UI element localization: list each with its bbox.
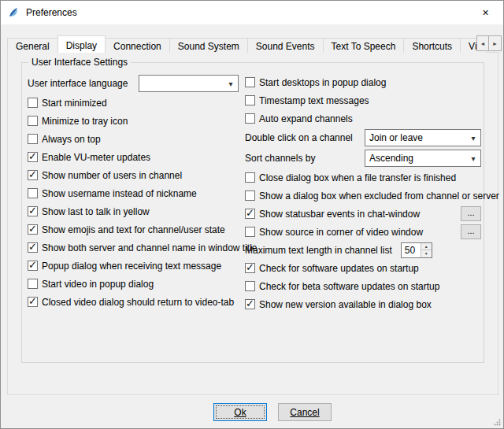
spinner-buttons[interactable]: ▲ ▼	[421, 243, 432, 257]
language-label: User interface language	[28, 78, 128, 89]
checkbox[interactable]: ✓	[28, 170, 38, 180]
sort-channels-row: Sort channels by Ascending ▾	[245, 148, 481, 168]
double-click-label: Double click on a channel	[245, 132, 353, 143]
checkbox-new-version-dialog[interactable]: ✓ Show new version available in dialog b…	[245, 295, 481, 313]
window-title: Preferences	[26, 7, 77, 18]
ok-button[interactable]: Ok	[213, 403, 267, 421]
checkbox-excluded-dialog[interactable]: ✓ Show a dialog box when excluded from c…	[245, 187, 481, 205]
scroll-right-icon[interactable]: ►	[489, 36, 501, 50]
checkbox-label: Timestamp text messages	[259, 95, 369, 106]
tab-shortcuts[interactable]: Shortcuts	[403, 38, 461, 53]
tab-general[interactable]: General	[7, 38, 58, 53]
checkbox-label: Show both server and channel name in win…	[42, 242, 258, 253]
app-icon	[7, 6, 20, 19]
check-icon: ✓	[28, 151, 37, 162]
checkbox[interactable]: ✓	[245, 209, 255, 219]
tab-display[interactable]: Display	[57, 35, 106, 53]
checkbox[interactable]: ✓	[245, 77, 255, 87]
checkbox-label: Close dialog box when a file transfer is…	[259, 172, 456, 183]
checkbox-label: Enable VU-meter updates	[42, 152, 150, 163]
resize-grip-icon[interactable]	[491, 416, 502, 427]
cancel-button[interactable]: Cancel	[278, 403, 332, 421]
sort-channels-label: Sort channels by	[245, 153, 315, 164]
checkbox-minimize-tray[interactable]: ✓ Minimize to tray icon	[28, 112, 239, 130]
checkbox-show-user-count[interactable]: ✓ Show number of users in channel	[28, 166, 239, 184]
checkbox[interactable]: ✓	[245, 113, 255, 124]
tab-sound-system[interactable]: Sound System	[169, 38, 248, 53]
left-column: User interface language ▾ ✓ Start minimi…	[28, 73, 239, 311]
tab-connection[interactable]: Connection	[105, 38, 170, 53]
checkbox-window-title[interactable]: ✓ Show both server and channel name in w…	[28, 239, 239, 257]
preferences-dialog: Preferences × General Display Connection…	[0, 0, 504, 429]
check-icon: ✓	[246, 298, 254, 309]
check-icon: ✓	[28, 242, 37, 253]
checkbox-label: Closed video dialog should return to vid…	[42, 297, 234, 308]
checkbox-check-updates[interactable]: ✓ Check for software updates on startup	[245, 259, 481, 277]
checkbox[interactable]: ✓	[28, 188, 38, 198]
checkbox[interactable]: ✓	[28, 116, 38, 126]
double-click-row: Double click on a channel Join or leave …	[245, 128, 481, 148]
checkbox-label: Auto expand channels	[259, 113, 353, 124]
chevron-down-icon: ▾	[466, 134, 480, 142]
spinner-up-icon[interactable]: ▲	[421, 243, 432, 251]
chevron-down-icon: ▾	[224, 80, 238, 88]
checkbox-label: Show emojis and text for channel/user st…	[42, 224, 225, 235]
right-column: ✓ Start desktops in popup dialog ✓ Times…	[245, 73, 481, 313]
checkbox[interactable]: ✓	[28, 206, 38, 216]
checkbox-label: Show source in corner of video window	[259, 227, 423, 238]
spinner-down-icon[interactable]: ▼	[421, 250, 432, 257]
title-bar[interactable]: Preferences ×	[1, 1, 503, 24]
checkbox[interactable]: ✓	[28, 152, 38, 162]
check-icon: ✓	[28, 260, 37, 271]
checkbox-label: Always on top	[42, 134, 101, 145]
checkbox-label: Popup dialog when receiving text message	[42, 261, 221, 272]
checkbox[interactable]: ✓	[28, 261, 38, 271]
scroll-left-icon[interactable]: ◄	[477, 36, 489, 50]
group-title: User Interface Settings	[28, 57, 131, 68]
checkbox[interactable]: ✓	[28, 242, 38, 253]
checkbox-label: Start video in popup dialog	[42, 279, 154, 290]
check-icon: ✓	[28, 205, 37, 216]
checkbox[interactable]: ✓	[245, 172, 255, 183]
language-select[interactable]: ▾	[139, 75, 239, 92]
tab-text-to-speech[interactable]: Text To Speech	[323, 38, 405, 53]
max-text-spinner[interactable]: 50 ▲ ▼	[401, 242, 432, 258]
checkbox-last-to-talk[interactable]: ✓ Show last to talk in yellow	[28, 202, 239, 220]
checkbox[interactable]: ✓	[245, 299, 255, 309]
checkbox[interactable]: ✓	[28, 279, 38, 289]
checkbox-video-popup[interactable]: ✓ Start video in popup dialog	[28, 275, 239, 293]
checkbox[interactable]: ✓	[28, 224, 38, 235]
tab-scroll-control: ◄ ►	[476, 35, 502, 51]
checkbox-vu-meter[interactable]: ✓ Enable VU-meter updates	[28, 148, 239, 166]
checkbox-popup-text-message[interactable]: ✓ Popup dialog when receiving text messa…	[28, 257, 239, 275]
checkbox-show-username[interactable]: ✓ Show username instead of nickname	[28, 184, 239, 202]
checkbox-label: Check for beta software updates on start…	[259, 281, 439, 292]
checkbox-label: Show last to talk in yellow	[42, 206, 150, 217]
checkbox-desktops-popup[interactable]: ✓ Start desktops in popup dialog	[245, 73, 481, 91]
statusbar-events-options-button[interactable]: ...	[461, 206, 481, 221]
close-icon[interactable]: ×	[468, 1, 503, 24]
tab-sound-events[interactable]: Sound Events	[247, 38, 324, 53]
checkbox[interactable]: ✓	[245, 95, 255, 105]
checkbox-start-minimized[interactable]: ✓ Start minimized	[28, 94, 239, 112]
checkbox[interactable]: ✓	[28, 98, 38, 108]
double-click-select[interactable]: Join or leave ▾	[365, 129, 481, 146]
checkbox[interactable]: ✓	[245, 263, 255, 273]
checkbox[interactable]: ✓	[28, 134, 38, 144]
checkbox-close-file-transfer[interactable]: ✓ Close dialog box when a file transfer …	[245, 168, 481, 187]
checkbox-video-return-tab[interactable]: ✓ Closed video dialog should return to v…	[28, 293, 239, 311]
checkbox-timestamp[interactable]: ✓ Timestamp text messages	[245, 91, 481, 109]
double-click-value: Join or leave	[365, 132, 466, 143]
video-source-row: ✓ Show source in corner of video window …	[245, 223, 481, 241]
checkbox[interactable]: ✓	[245, 281, 255, 291]
video-source-options-button[interactable]: ...	[461, 224, 481, 239]
checkbox-emojis[interactable]: ✓ Show emojis and text for channel/user …	[28, 220, 239, 239]
checkbox-always-on-top[interactable]: ✓ Always on top	[28, 130, 239, 148]
checkbox-beta-updates[interactable]: ✓ Check for beta software updates on sta…	[245, 277, 481, 295]
tab-bar: General Display Connection Sound System …	[7, 35, 486, 53]
checkbox[interactable]: ✓	[245, 190, 255, 201]
sort-channels-select[interactable]: Ascending ▾	[365, 150, 481, 167]
checkbox-auto-expand[interactable]: ✓ Auto expand channels	[245, 109, 481, 128]
checkbox[interactable]: ✓	[245, 227, 255, 237]
checkbox[interactable]: ✓	[28, 297, 38, 307]
